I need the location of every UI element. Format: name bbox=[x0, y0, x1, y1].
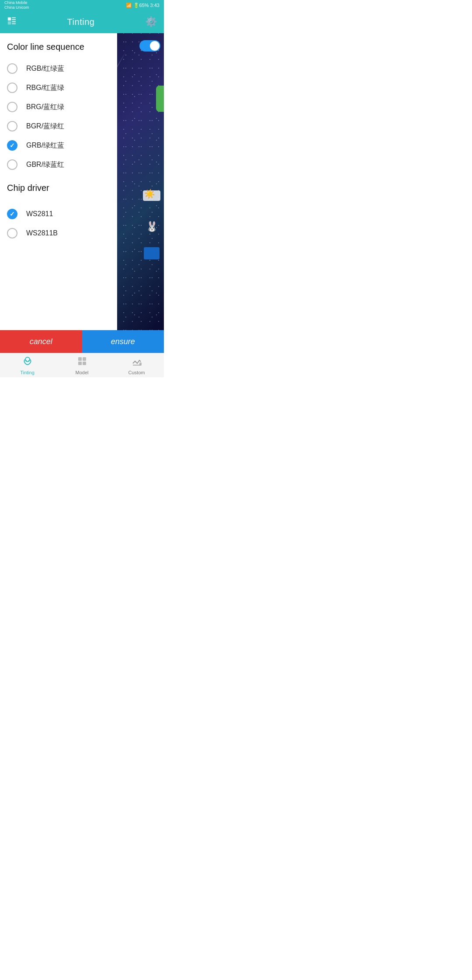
svg-point-7 bbox=[25, 360, 27, 361]
clock: 3:43 bbox=[150, 3, 160, 8]
radio-ws2811b[interactable] bbox=[7, 228, 17, 238]
label-ws2811b: WS2811B bbox=[26, 229, 58, 237]
svg-rect-2 bbox=[12, 19, 16, 20]
status-bar: China Mobile China Unicom 📶 🔋65% 3:43 bbox=[0, 0, 164, 10]
label-bgr: BGR/蓝绿红 bbox=[26, 122, 64, 131]
svg-rect-1 bbox=[12, 17, 16, 18]
svg-rect-3 bbox=[8, 21, 11, 24]
custom-nav-label: Custom bbox=[128, 370, 145, 375]
option-bgr[interactable]: BGR/蓝绿红 bbox=[7, 117, 110, 136]
color-sequence-title: Color line sequence bbox=[7, 42, 110, 52]
color-sequence-toggle[interactable] bbox=[139, 40, 160, 52]
page-title: Tinting bbox=[67, 17, 95, 27]
radio-bgr[interactable] bbox=[7, 121, 17, 131]
toggle-knob bbox=[150, 41, 160, 51]
radio-rbg[interactable] bbox=[7, 83, 17, 93]
chip-driver-title: Chip driver bbox=[7, 183, 110, 193]
label-ws2811: WS2811 bbox=[26, 210, 53, 218]
svg-rect-9 bbox=[78, 357, 82, 361]
option-rgb[interactable]: RGB/红绿蓝 bbox=[7, 59, 110, 78]
svg-rect-5 bbox=[12, 23, 16, 24]
svg-point-8 bbox=[28, 360, 29, 361]
main-wrapper: Color line sequence RGB/红绿蓝 RBG/红蓝绿 BRG/… bbox=[0, 33, 164, 330]
radio-gbr[interactable] bbox=[7, 159, 17, 170]
label-gbr: GBR/绿蓝红 bbox=[26, 160, 64, 169]
rabbit-icon: 🐰 bbox=[146, 221, 158, 232]
side-background-panel: ☀️ 🐰 bbox=[117, 33, 164, 330]
carrier-info: China Mobile China Unicom bbox=[4, 0, 29, 10]
content-panel: Color line sequence RGB/红绿蓝 RBG/红蓝绿 BRG/… bbox=[0, 33, 117, 330]
svg-rect-10 bbox=[83, 357, 86, 361]
stars-decoration bbox=[117, 33, 164, 330]
label-brg: BRG/蓝红绿 bbox=[26, 103, 64, 112]
custom-nav-icon bbox=[132, 356, 142, 369]
option-ws2811[interactable]: WS2811 bbox=[7, 204, 110, 224]
option-grb[interactable]: GRB/绿红蓝 bbox=[7, 136, 110, 155]
label-grb: GRB/绿红蓝 bbox=[26, 141, 64, 150]
model-nav-label: Model bbox=[76, 370, 89, 375]
option-gbr[interactable]: GBR/绿蓝红 bbox=[7, 155, 110, 174]
radio-rgb[interactable] bbox=[7, 63, 17, 74]
tinting-nav-icon bbox=[22, 356, 33, 369]
green-accent-pill bbox=[156, 86, 164, 112]
option-ws2811b[interactable]: WS2811B bbox=[7, 224, 110, 243]
label-rgb: RGB/红绿蓝 bbox=[26, 64, 64, 73]
svg-rect-11 bbox=[78, 362, 82, 365]
battery-icon: 🔋65% bbox=[133, 3, 149, 8]
action-buttons: cancel ensure bbox=[0, 330, 164, 353]
nav-tinting[interactable]: Tinting bbox=[0, 353, 55, 377]
blue-color-square bbox=[144, 247, 160, 259]
cancel-button[interactable]: cancel bbox=[0, 330, 82, 353]
ensure-button[interactable]: ensure bbox=[82, 330, 164, 353]
option-rbg[interactable]: RBG/红蓝绿 bbox=[7, 78, 110, 97]
status-right: 📶 🔋65% 3:43 bbox=[126, 3, 160, 8]
tinting-nav-label: Tinting bbox=[20, 370, 35, 375]
nav-custom[interactable]: Custom bbox=[109, 353, 164, 377]
svg-rect-12 bbox=[83, 362, 86, 365]
radio-grb[interactable] bbox=[7, 140, 17, 151]
color-line-sequence-section: Color line sequence RGB/红绿蓝 RBG/红蓝绿 BRG/… bbox=[7, 42, 110, 174]
menu-icon[interactable] bbox=[7, 16, 17, 28]
model-nav-icon bbox=[77, 356, 87, 369]
svg-rect-0 bbox=[8, 17, 11, 21]
app-bar: Tinting ⚙️ bbox=[0, 10, 164, 33]
option-brg[interactable]: BRG/蓝红绿 bbox=[7, 97, 110, 117]
svg-rect-4 bbox=[12, 21, 16, 22]
signal-icon: 📶 bbox=[126, 3, 132, 8]
label-rbg: RBG/红蓝绿 bbox=[26, 83, 64, 93]
bottom-nav: Tinting Model Custom bbox=[0, 353, 164, 377]
nav-model[interactable]: Model bbox=[55, 353, 109, 377]
chip-driver-section: Chip driver WS2811 WS2811B bbox=[7, 183, 110, 243]
radio-ws2811[interactable] bbox=[7, 209, 17, 219]
settings-icon[interactable]: ⚙️ bbox=[145, 16, 157, 28]
radio-brg[interactable] bbox=[7, 102, 17, 112]
sun-icon: ☀️ bbox=[144, 189, 155, 199]
